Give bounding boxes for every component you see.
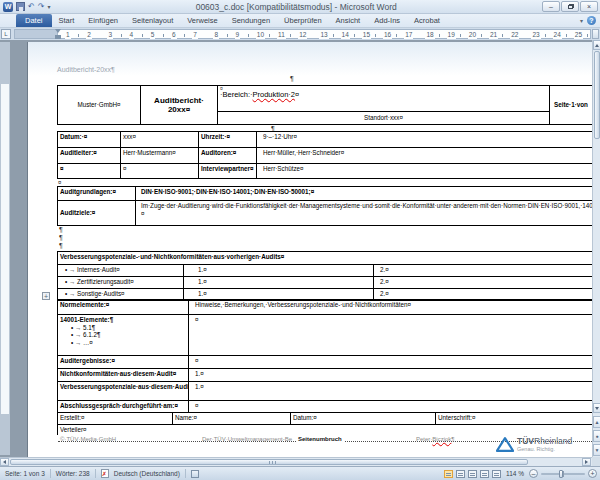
elemente-14001-title: 14001-Elemente:¶	[60, 316, 186, 324]
tab-seitenlayout[interactable]: Seitenlayout	[125, 14, 180, 27]
vertical-scrollbar[interactable]: ▲ ● ▼	[592, 40, 600, 457]
footer-copyright: ©·TÜV·Media·GmbH	[60, 436, 116, 442]
zoom-in-button[interactable]: +	[588, 469, 597, 478]
tab-acrobat[interactable]: Acrobat	[407, 14, 447, 27]
horizontal-scroll-thumb[interactable]	[10, 459, 528, 465]
previous-page-button[interactable]: ▲	[593, 416, 600, 428]
zoom-level[interactable]: 114 %	[504, 470, 526, 477]
running-header: Auditbericht-20xx¶	[57, 66, 115, 73]
datum-value-cell[interactable]: xxx¤	[121, 132, 199, 148]
internes-audit-cell[interactable]: • → Internes·Audit¤	[58, 265, 184, 277]
auditoren-label-cell[interactable]: Auditoren:¤	[199, 148, 257, 164]
fullscreen-reading-view-button[interactable]	[456, 470, 465, 478]
outline-view-button[interactable]	[480, 470, 489, 478]
scroll-up-button[interactable]	[593, 40, 600, 50]
tab-sendungen[interactable]: Sendungen	[225, 14, 277, 27]
auditgrundlagen-label-cell[interactable]: Auditgrundlagen:¤	[58, 187, 136, 201]
horizontal-scrollbar[interactable]	[0, 457, 600, 466]
status-language[interactable]: Deutsch (Deutschland)	[109, 470, 185, 477]
tab-addins[interactable]: Add-Ins	[367, 14, 407, 27]
vorherige-audits-header-cell[interactable]: Verbesserungspotenziale-·und·Nichtkonfor…	[58, 252, 592, 265]
scroll-down-button[interactable]	[593, 403, 600, 413]
ruler-toggle-button[interactable]	[592, 29, 599, 39]
tab-datei[interactable]: Datei	[16, 14, 52, 27]
empty-label-cell[interactable]: ¤	[58, 164, 121, 179]
datum-label-cell[interactable]: Datum:·¤	[58, 132, 121, 148]
cell-end-mark: ¤	[58, 179, 61, 185]
elemente-14001-value-cell[interactable]: ¤	[189, 315, 592, 356]
next-page-button[interactable]: ▼	[593, 444, 600, 456]
normelemente-label-cell[interactable]: Normelemente:¤	[58, 300, 189, 315]
report-title-cell[interactable]: Auditbericht· 20xx¤	[141, 86, 218, 125]
tab-ueberpruefen[interactable]: Überprüfen	[277, 14, 329, 27]
vertical-scroll-thumb[interactable]	[594, 51, 600, 139]
auditergebnisse-value-cell[interactable]: ¤	[189, 356, 592, 369]
verteiler-cell[interactable]: Verteiler¤	[58, 425, 592, 435]
unterschrift-cell[interactable]: Unterschrift:¤	[436, 413, 592, 425]
restore-button[interactable]	[561, 1, 579, 12]
undo-icon[interactable]: ↶	[28, 2, 35, 12]
zoom-out-button[interactable]: –	[529, 469, 538, 478]
auditgrundlagen-value-cell[interactable]: DIN·EN·ISO·9001;·DIN·EN·ISO·14001;·DIN·E…	[136, 187, 592, 201]
hanging-indent-marker[interactable]	[55, 35, 61, 39]
verbesserungspotenziale-label-cell[interactable]: Verbesserungspotenziale·aus·diesem·Audit…	[58, 382, 189, 401]
scroll-right-button[interactable]	[582, 458, 591, 466]
draft-view-button[interactable]	[492, 470, 501, 478]
zertifizierungsaudit-value1-cell[interactable]: 1.¤	[184, 277, 374, 289]
zoom-slider[interactable]	[541, 473, 585, 475]
auditleiter-label-cell[interactable]: Auditleiter:¤	[58, 148, 121, 164]
normelemente-value-cell[interactable]: Hinweise,·Bemerkungen,·Verbesserungspote…	[189, 300, 592, 315]
ribbon-expand-chevron-icon[interactable]: ▾	[580, 17, 583, 24]
status-page-count[interactable]: Seite: 1 von 3	[0, 470, 50, 477]
verbesserungspotenziale-value-cell[interactable]: 1.¤	[189, 382, 592, 401]
datum-cell[interactable]: Datum:¤	[291, 413, 436, 425]
nichtkonformitaeten-label-cell[interactable]: Nichtkonformitäten·aus·diesem·Audit¤	[58, 369, 189, 382]
uhrzeit-label-cell[interactable]: Uhrzeit:·¤	[199, 132, 257, 148]
table-move-handle-icon[interactable]: +	[42, 292, 50, 300]
auditoren-value-cell[interactable]: Herr·Müller,·Herr·Schneider¤	[257, 148, 592, 164]
interviewpartner-value-cell[interactable]: Herr·Schütze¤	[257, 164, 592, 179]
minimize-button[interactable]: –	[542, 1, 560, 12]
save-icon[interactable]	[16, 2, 25, 11]
erstellt-cell[interactable]: Erstellt:¤	[58, 413, 173, 425]
company-cell[interactable]: Muster·GmbH¤	[58, 86, 141, 125]
tab-ansicht[interactable]: Ansicht	[329, 14, 368, 27]
status-word-count[interactable]: Wörter: 238	[51, 470, 95, 477]
close-button[interactable]: ×	[580, 1, 598, 12]
auditergebnisse-label-cell[interactable]: Auditergebnisse:¤	[58, 356, 189, 369]
standort-row[interactable]: Standort·xxx¤	[218, 111, 549, 124]
zoom-slider-thumb[interactable]	[559, 470, 563, 478]
tab-verweise[interactable]: Verweise	[180, 14, 224, 27]
browse-object-button[interactable]: ●	[593, 430, 600, 442]
interviewpartner-label-cell[interactable]: Interviewpartner¤	[199, 164, 257, 179]
print-layout-view-button[interactable]	[444, 470, 453, 478]
spelling-check-icon[interactable]	[101, 469, 109, 478]
tab-start[interactable]: Start	[52, 14, 82, 27]
tab-stop-selector[interactable]: L	[1, 29, 11, 39]
auditziele-label-cell[interactable]: Auditziele:¤	[58, 201, 136, 226]
first-line-indent-marker[interactable]	[55, 29, 61, 33]
tab-einfuegen[interactable]: Einfügen	[81, 14, 125, 27]
name-cell[interactable]: Name:¤	[173, 413, 291, 425]
auditleiter-value-cell[interactable]: Herr·Mustermann¤	[121, 148, 199, 164]
web-layout-view-button[interactable]	[468, 470, 477, 478]
elemente-14001-cell[interactable]: 14001-Elemente:¶ • → 5.1¶ • → 6.1.2¶ • →…	[58, 315, 189, 356]
nichtkonformitaeten-value-cell[interactable]: 1.¤	[189, 369, 592, 382]
zertifizierungsaudit-value2-cell[interactable]: 2.¤	[374, 277, 592, 289]
status-misc-icon[interactable]	[191, 470, 199, 478]
zertifizierungsaudit-cell[interactable]: • → Zertifizierungsaudit¤	[58, 277, 184, 289]
auditziele-value-cell[interactable]: Im·Zuge·der·Auditierung·wird·die·Funktio…	[136, 201, 592, 226]
empty-value-cell[interactable]: ¤	[121, 164, 199, 179]
scroll-left-button[interactable]	[0, 458, 9, 466]
word-window: W ↶ ↷ ▾ 00603_c.doc [Kompatibilitätsmodu…	[0, 0, 600, 480]
internes-audit-value2-cell[interactable]: 2.¤	[374, 265, 592, 277]
redo-icon[interactable]: ↷	[38, 2, 45, 12]
document-page[interactable]: Auditbericht-20xx¶ ¶ Muster·GmbH¤ Auditb…	[28, 42, 592, 457]
bereich-standort-cell[interactable]: ¤ ·Bereich:·Produktion·2¤ Standort·xxx¤	[218, 86, 550, 125]
help-icon[interactable]: ?	[587, 16, 596, 25]
bereich-end-mark: ¤	[295, 90, 299, 99]
word-app-icon[interactable]: W	[3, 2, 13, 12]
internes-audit-value1-cell[interactable]: 1.¤	[184, 265, 374, 277]
uhrzeit-value-cell[interactable]: 9·–·12·Uhr¤	[257, 132, 592, 148]
page-number-cell[interactable]: Seite·1·von	[550, 86, 592, 125]
